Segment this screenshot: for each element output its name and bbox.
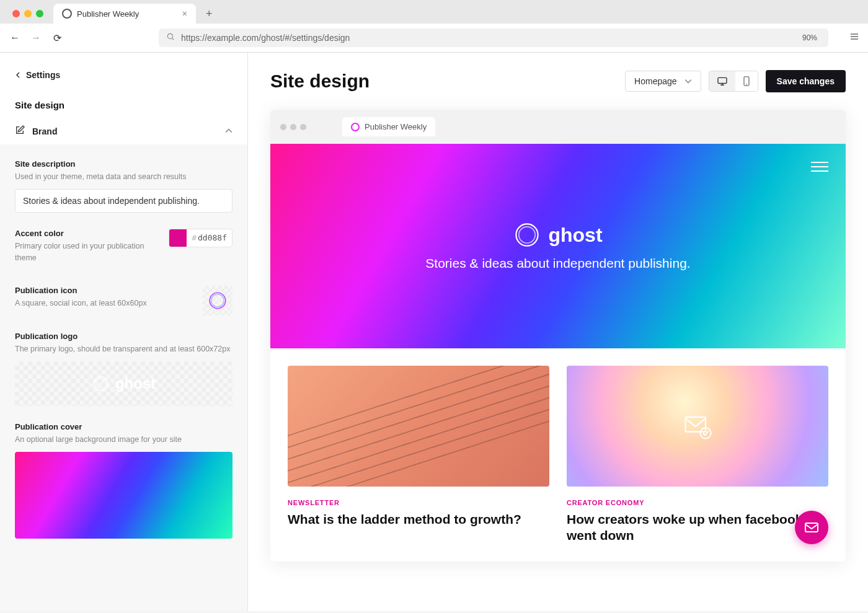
preview-dot bbox=[290, 124, 296, 130]
mail-check-icon bbox=[681, 410, 714, 443]
svg-point-0 bbox=[167, 33, 172, 38]
field-label: Publication cover bbox=[15, 422, 232, 431]
minimize-window-button[interactable] bbox=[24, 10, 32, 17]
svg-rect-18 bbox=[805, 523, 818, 532]
field-publication-icon: Publication icon A square, social icon, … bbox=[15, 286, 232, 315]
svg-point-14 bbox=[516, 224, 538, 245]
field-publication-cover: Publication cover An optional large back… bbox=[15, 422, 232, 539]
svg-line-1 bbox=[172, 38, 174, 40]
preview-tab: Publisher Weekly bbox=[342, 117, 435, 136]
field-label: Site description bbox=[15, 159, 232, 169]
mobile-preview-button[interactable] bbox=[735, 71, 758, 91]
post-card-image bbox=[288, 366, 549, 487]
main-header: Site design Homepage Save changes bbox=[270, 70, 846, 92]
preview-hero: ghost Stories & ideas about independent … bbox=[270, 144, 846, 348]
field-label: Publication icon bbox=[15, 286, 195, 295]
post-card-title: What is the ladder method to growth? bbox=[288, 511, 549, 527]
preview-favicon-icon bbox=[351, 123, 360, 131]
save-button[interactable]: Save changes bbox=[766, 70, 846, 92]
post-card-image bbox=[567, 366, 828, 487]
close-tab-button[interactable]: × bbox=[182, 9, 187, 19]
desktop-preview-button[interactable] bbox=[709, 71, 735, 91]
back-label: Settings bbox=[26, 70, 60, 80]
preview-container: Publisher Weekly ghost Stories & ideas a… bbox=[270, 110, 846, 562]
ghost-circle-icon bbox=[92, 374, 110, 393]
page-selector-value: Homepage bbox=[634, 76, 677, 86]
post-card[interactable]: NEWSLETTER What is the ladder method to … bbox=[288, 366, 549, 544]
ghost-logo: ghost bbox=[92, 374, 156, 393]
mail-icon bbox=[804, 520, 819, 535]
brand-icon bbox=[15, 125, 25, 137]
reload-button[interactable]: ⟳ bbox=[51, 32, 63, 44]
publication-cover-preview[interactable] bbox=[15, 452, 232, 539]
color-hex-value: #dd088f bbox=[187, 231, 232, 245]
svg-rect-9 bbox=[718, 77, 727, 83]
back-to-settings-link[interactable]: Settings bbox=[0, 53, 247, 90]
browser-toolbar: ← → ⟳ https://example.com/ghost/#/settin… bbox=[0, 24, 868, 52]
svg-point-6 bbox=[211, 294, 224, 307]
post-card-tag: NEWSLETTER bbox=[288, 499, 549, 506]
chevron-left-icon bbox=[15, 72, 21, 78]
main-content: Site design Homepage Save changes bbox=[248, 53, 868, 611]
post-card[interactable]: CREATOR ECONOMY How creators woke up whe… bbox=[567, 366, 828, 544]
site-description-input[interactable] bbox=[15, 189, 232, 213]
preview-browser-chrome: Publisher Weekly bbox=[270, 110, 846, 144]
chevron-down-icon bbox=[684, 77, 692, 85]
hero-tagline: Stories & ideas about independent publis… bbox=[425, 256, 690, 271]
field-label: Accent color bbox=[15, 229, 161, 238]
publication-icon-preview[interactable] bbox=[203, 286, 232, 315]
field-help: Primary color used in your publication t… bbox=[15, 240, 161, 264]
maximize-window-button[interactable] bbox=[36, 10, 43, 17]
desktop-icon bbox=[717, 77, 728, 86]
back-button[interactable]: ← bbox=[9, 32, 21, 43]
subscribe-fab-button[interactable] bbox=[795, 511, 828, 544]
field-publication-logo: Publication logo The primary logo, shoul… bbox=[15, 332, 232, 406]
field-label: Publication logo bbox=[15, 332, 232, 341]
svg-point-5 bbox=[210, 293, 226, 309]
post-card-tag: CREATOR ECONOMY bbox=[567, 499, 828, 506]
page-selector-dropdown[interactable]: Homepage bbox=[625, 71, 701, 92]
field-help: Used in your theme, meta data and search… bbox=[15, 171, 232, 183]
url-text: https://example.com/ghost/#/settings/des… bbox=[181, 33, 792, 43]
mobile-icon bbox=[743, 76, 750, 86]
browser-tab-bar: Publisher Weekly × + bbox=[0, 0, 868, 24]
hamburger-menu-button[interactable] bbox=[811, 159, 828, 175]
close-window-button[interactable] bbox=[12, 10, 20, 17]
tab-title: Publisher Weekly bbox=[77, 9, 139, 19]
device-preview-toggle bbox=[709, 71, 758, 92]
preview-dot bbox=[280, 124, 286, 130]
preview-frame: Publisher Weekly ghost Stories & ideas a… bbox=[270, 110, 846, 562]
section-label: Brand bbox=[32, 126, 57, 136]
accent-color-input[interactable]: #dd088f bbox=[169, 229, 232, 247]
ghost-circle-icon bbox=[513, 221, 541, 249]
publication-logo-preview[interactable]: ghost bbox=[15, 361, 232, 406]
new-tab-button[interactable]: + bbox=[201, 5, 218, 23]
app-layout: Settings Site design Brand Site descript… bbox=[0, 53, 868, 611]
preview-dot bbox=[300, 124, 306, 130]
logo-text: ghost bbox=[115, 375, 156, 392]
post-card-title: How creators woke up when facebook went … bbox=[567, 511, 828, 544]
field-help: The primary logo, should be transparent … bbox=[15, 343, 232, 355]
forward-button[interactable]: → bbox=[30, 32, 42, 43]
field-help: An optional large background image for y… bbox=[15, 434, 232, 446]
svg-rect-16 bbox=[686, 417, 706, 431]
tab-favicon-icon bbox=[62, 9, 72, 19]
ghost-circle-icon bbox=[207, 290, 228, 311]
chevron-up-icon bbox=[225, 126, 232, 136]
color-swatch[interactable] bbox=[169, 229, 187, 247]
sidebar-section-brand[interactable]: Brand bbox=[0, 118, 247, 144]
svg-point-8 bbox=[96, 379, 107, 389]
browser-chrome: Publisher Weekly × + ← → ⟳ https://examp… bbox=[0, 0, 868, 53]
hero-logo: ghost bbox=[513, 221, 602, 249]
zoom-level[interactable]: 90% bbox=[799, 32, 821, 43]
preview-cards: NEWSLETTER What is the ladder method to … bbox=[270, 348, 846, 562]
browser-tab[interactable]: Publisher Weekly × bbox=[53, 4, 196, 24]
page-title: Site design bbox=[270, 71, 618, 92]
preview-window-controls bbox=[280, 124, 306, 130]
url-bar[interactable]: https://example.com/ghost/#/settings/des… bbox=[159, 29, 828, 47]
field-accent-color: Accent color Primary color used in your … bbox=[15, 229, 232, 270]
browser-menu-button[interactable] bbox=[849, 32, 859, 44]
sidebar-title: Site design bbox=[0, 90, 247, 118]
brand-settings-panel: Site description Used in your theme, met… bbox=[0, 144, 247, 611]
field-site-description: Site description Used in your theme, met… bbox=[15, 159, 232, 213]
